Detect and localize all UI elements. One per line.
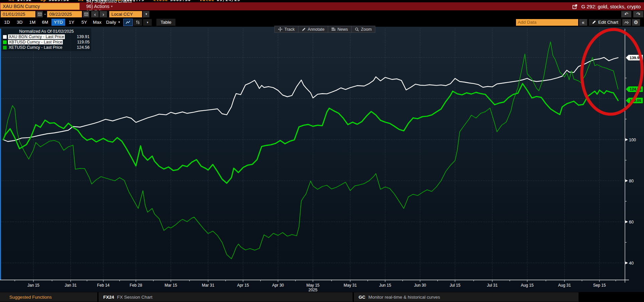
tool-annotate[interactable]: Annotate: [298, 26, 328, 32]
legend-swatch: [3, 46, 7, 49]
tool-track[interactable]: Track: [275, 26, 298, 32]
x-tick-label: Jul 31: [487, 283, 498, 288]
add-data-input[interactable]: Add Data: [516, 19, 578, 26]
ticker-value: 09/24/25: [217, 0, 240, 2]
statusbar-app-gc[interactable]: GCMonitor real-time & historical curves: [354, 292, 578, 302]
edit-chart-button[interactable]: Edit Chart: [589, 19, 621, 26]
date-toolbar: 01/01/2025 - 09/22/2025 ‹ › Local CCY ▾ …: [0, 10, 644, 18]
pencil-icon: [592, 20, 596, 24]
legend-value: 124.56: [77, 45, 90, 50]
period-start-marker: [0, 29, 1, 280]
calendar-icon: [84, 12, 88, 16]
collapse-panel-button[interactable]: «: [579, 19, 587, 26]
x-tick-label: Jun 15: [379, 283, 391, 288]
calendar-from-button[interactable]: [36, 11, 43, 17]
frequency-label: Daily: [106, 20, 116, 25]
x-tick-label: Jun 30: [414, 283, 426, 288]
calendar-to-button[interactable]: [83, 11, 89, 17]
x-tick-label: May 31: [344, 283, 357, 288]
range-button-max[interactable]: Max: [91, 19, 104, 26]
ticker-label: Value: [200, 0, 214, 2]
legend-label: XETUSD Curncy - Last Price: [8, 45, 63, 50]
x-tick-label: Jul 15: [450, 283, 461, 288]
range-button-5y[interactable]: 5Y: [78, 19, 91, 26]
y-tick-label: 40: [629, 261, 634, 266]
chart-svg: Jan 15Jan 31Feb 14Feb 28Mar 15Mar 31Apr …: [0, 27, 644, 292]
redo-button[interactable]: ↷: [633, 11, 643, 17]
range-button-1m[interactable]: 1M: [26, 19, 39, 26]
line-chart-type-button[interactable]: [124, 19, 132, 26]
menu-label: 94) Suggested Charts: [86, 0, 132, 4]
y-tick-label: 60: [629, 220, 634, 224]
x-tick-label: Aug 31: [558, 283, 571, 288]
range-button-1y[interactable]: 1Y: [65, 19, 78, 26]
prev-period-button[interactable]: ‹: [91, 11, 99, 17]
x-axis-year-label: 2025: [308, 288, 317, 292]
x-tick-label: Feb 14: [97, 283, 110, 288]
undo-button[interactable]: ↶: [621, 11, 631, 17]
security-input[interactable]: XAU BGN Curncy: [0, 3, 80, 10]
gear-icon-button[interactable]: ⚙: [632, 19, 640, 26]
tool-news[interactable]: News: [328, 26, 352, 32]
y-tick-label: 80: [629, 179, 634, 183]
legend-swatch: [3, 40, 7, 44]
export-icon[interactable]: [572, 4, 578, 9]
statusbar-app-fx24[interactable]: FX24FX Session Chart: [99, 292, 353, 302]
app-code: FX24: [103, 295, 114, 300]
statusbar-apps: FX24FX Session ChartGCMonitor real-time …: [99, 292, 580, 302]
chart-settings-button[interactable]: [622, 19, 631, 26]
chart-type-caret-button[interactable]: ▾: [143, 19, 152, 26]
y-tick-arrow: [625, 138, 628, 141]
menu-label: 96) Actions: [86, 4, 109, 9]
legend-label: XBTUSD Curncy - Last Price: [8, 40, 63, 44]
range-button-1d[interactable]: 1D: [1, 19, 13, 26]
x-tick-label: Jan 15: [27, 283, 39, 288]
menu-actions[interactable]: 96) Actions▾: [86, 4, 135, 9]
ticker-label: Op: [40, 0, 46, 2]
legend-label: XAU BGN Curncy - Last Price: [8, 34, 65, 39]
range-button-ytd[interactable]: YTD: [51, 19, 65, 26]
table-button[interactable]: Table: [156, 19, 175, 26]
bloomberg-terminal-screen: At14:52Op3685.30Hi3726.30Lo3685.79Close3…: [0, 0, 644, 302]
range-button-6m[interactable]: 6M: [39, 19, 51, 26]
caret-down-icon: ▾: [111, 5, 113, 8]
next-period-button[interactable]: ›: [100, 11, 107, 17]
line-chart-icon: [126, 20, 131, 24]
caret-down-icon: ▼: [118, 21, 121, 24]
y-tick-arrow: [625, 262, 628, 264]
chart-plot-area[interactable]: Jan 15Jan 31Feb 14Feb 28Mar 15Mar 31Apr …: [0, 27, 644, 292]
legend-item[interactable]: XAU BGN Curncy - Last Price139.91: [3, 34, 90, 39]
legend-item[interactable]: XBTUSD Curncy - Last Price119.05: [3, 39, 90, 45]
ohlc-bars-icon: [136, 20, 140, 24]
ticker-label: At: [9, 0, 15, 2]
app-desc: FX Session Chart: [117, 295, 152, 300]
x-tick-label: Aug 15: [521, 283, 534, 288]
range-button-group: 1D3D1M6MYTD1Y5YMax: [1, 19, 104, 26]
currency-caret-button[interactable]: ▾: [143, 11, 149, 17]
tool-label: News: [338, 27, 348, 32]
ticker-value: 3685.30: [170, 0, 191, 2]
app-desc: Monitor real-time & historical curves: [368, 295, 440, 300]
y-tick-arrow: [625, 179, 628, 182]
date-from-input[interactable]: 01/01/2025: [1, 11, 35, 17]
tool-label: Zoom: [361, 27, 372, 32]
legend-item[interactable]: XETUSD Curncy - Last Price124.56: [3, 45, 90, 50]
legend-swatch: [3, 35, 7, 39]
caret-down-icon: ▾: [133, 0, 135, 3]
chart-tools-pill: TrackAnnotateNewsZoom: [274, 26, 375, 33]
news-icon: [332, 27, 336, 31]
currency-select[interactable]: Local CCY: [109, 11, 142, 17]
legend-title: Normalized As Of 01/02/2025: [3, 29, 90, 34]
x-tick-label: Mar 31: [202, 283, 215, 288]
series-line-xetusd: [3, 42, 618, 259]
title-right: G 292: gold, stocks, crypto: [572, 4, 641, 9]
menu-suggested-charts[interactable]: 94) Suggested Charts▾: [86, 0, 135, 4]
ohlc-chart-type-button[interactable]: [133, 19, 142, 26]
chart-title: G 292: gold, stocks, crypto: [581, 4, 641, 9]
tool-zoom[interactable]: Zoom: [352, 26, 375, 32]
suggested-functions-tab[interactable]: Suggested Functions: [0, 292, 97, 302]
x-tick-label: May 15: [306, 283, 320, 288]
frequency-select[interactable]: Daily ▼: [104, 19, 123, 26]
range-button-3d[interactable]: 3D: [13, 19, 26, 26]
date-to-input[interactable]: 09/22/2025: [47, 11, 82, 17]
